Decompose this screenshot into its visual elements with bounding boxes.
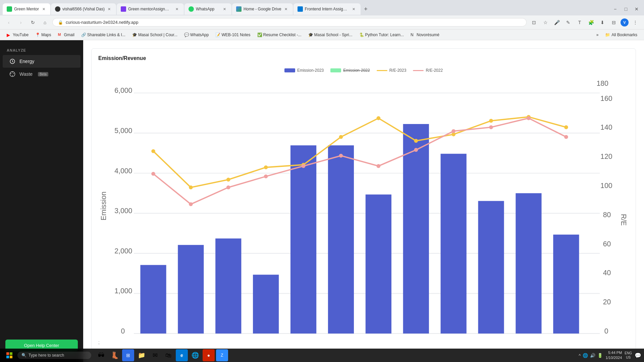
bookmark-whatsapp[interactable]: 💬 WhatsApp (181, 32, 211, 38)
svg-text:180: 180 (597, 79, 608, 87)
tab-close-whatsapp[interactable]: ✕ (222, 6, 227, 12)
bookmark-gmail[interactable]: M Gmail (55, 32, 77, 38)
taskbar-time-display: 5:44 PM (605, 350, 622, 355)
bookmark-youtube[interactable]: ▶ YouTube (4, 32, 31, 38)
bookmark-button[interactable]: ☆ (541, 18, 550, 27)
tab-green-mentor-assignment[interactable]: Green mentorAssignment ✕ (117, 3, 184, 15)
tab-google-drive[interactable]: Home - Google Drive ✕ (232, 3, 293, 15)
sidebar-waste-label: Waste (19, 71, 33, 77)
tab-frontend-intern[interactable]: Frontend Intern Assignme... ✕ (293, 3, 361, 15)
screenshot-button[interactable]: ✎ (564, 18, 573, 27)
voice-button[interactable]: 🎤 (552, 18, 561, 27)
bookmark-more[interactable]: » (594, 32, 601, 38)
tab-title-assignment: Green mentorAssignment (128, 7, 172, 11)
translate-button[interactable]: T (575, 18, 584, 27)
tab-whatsapp[interactable]: WhatsApp ✕ (184, 3, 231, 15)
taskbar-zoom-app[interactable]: Z (216, 349, 228, 361)
taskbar-glasses-app[interactable]: 🕶 (95, 349, 107, 361)
maximize-button[interactable]: □ (621, 4, 631, 14)
bookmark-masai1[interactable]: 🎓 Masai School | Cour... (129, 32, 180, 38)
start-button[interactable] (3, 350, 16, 361)
taskbar-app8[interactable]: ● (203, 349, 215, 361)
svg-text:60: 60 (603, 240, 611, 248)
bookmark-resume[interactable]: ✅ Resume Checklist -... (255, 32, 304, 38)
svg-text:80: 80 (603, 211, 611, 219)
address-bar[interactable]: 🔒 curious-nasturtium-2e0324.netlify.app (52, 18, 527, 26)
bookmark-masai2[interactable]: 🎓 Masai School - Spri... (306, 32, 355, 38)
refresh-button[interactable]: ↻ (28, 18, 38, 27)
tray-up-arrow[interactable]: ^ (579, 353, 581, 358)
dot-re2022-may (302, 164, 306, 168)
sidebar-button[interactable]: ⊟ (609, 18, 619, 27)
dot-re2022-jul (377, 164, 381, 168)
bookmark-python[interactable]: 🐍 Python Tutor: Learn... (357, 32, 407, 38)
notification-icon[interactable]: 💬 (635, 352, 641, 359)
tab-close-vishal[interactable]: ✕ (107, 6, 112, 12)
bar-jun (328, 145, 354, 334)
bookmark-youtube-label: YouTube (13, 33, 29, 37)
svg-rect-41 (6, 356, 9, 358)
taskbar-mail-app[interactable]: ✉ (149, 349, 161, 361)
bookmark-web101[interactable]: 📝 WEB-101 Notes (213, 32, 253, 38)
search-icon: 🔍 (21, 353, 26, 358)
masai1-favicon: 🎓 (132, 33, 137, 37)
taskbar-store-app[interactable]: 🛍 (162, 349, 174, 361)
tab-close-green-mentor[interactable]: ✕ (41, 6, 46, 12)
close-button[interactable]: ✕ (632, 4, 641, 14)
cast-button[interactable]: ⊡ (529, 18, 539, 27)
svg-text:1,000: 1,000 (114, 287, 132, 295)
taskbar-edge-app[interactable]: e (176, 349, 188, 361)
home-button[interactable]: ⌂ (40, 18, 50, 27)
legend-label-re-2023: R/E-2023 (389, 68, 407, 73)
bookmark-novoformat[interactable]: N Novorésumé (408, 32, 442, 38)
profile-button[interactable]: V (621, 18, 629, 26)
tray-battery-icon[interactable]: 🔋 (597, 353, 603, 358)
tab-close-frontend[interactable]: ✕ (351, 6, 357, 12)
tab-favicon-green-mentor (7, 6, 12, 12)
sidebar-item-energy[interactable]: Energy (3, 55, 80, 68)
svg-text:20: 20 (603, 298, 611, 306)
taskbar-clock[interactable]: 5:44 PM 1/10/2024 (605, 350, 622, 361)
download-indicator[interactable]: ⬇ (598, 18, 607, 27)
dot-re2023-feb (189, 185, 193, 189)
back-button[interactable]: ‹ (4, 18, 13, 27)
gmail-favicon: M (58, 33, 63, 37)
emission-revenue-svg: 0 1,000 2,000 3,000 4,000 5,000 6,000 Em… (98, 78, 629, 337)
sidebar-item-waste[interactable]: Waste Beta (3, 68, 80, 80)
system-tray-icons: ^ 🌐 🔊 🔋 (579, 353, 603, 358)
bookmark-maps[interactable]: 📍 Maps (33, 32, 54, 38)
shareable-favicon: 🔗 (81, 33, 86, 37)
tray-volume-icon[interactable]: 🔊 (590, 353, 595, 358)
bar-apr (253, 275, 279, 334)
legend-line-re-2022 (413, 70, 424, 71)
dot-re2022-oct (489, 125, 493, 129)
taskbar-boots-app[interactable]: 👢 (109, 349, 121, 361)
dot-re2023-mar (226, 178, 230, 182)
legend-label-emission-2023: Emission-2023 (297, 68, 324, 73)
bar-aug (403, 124, 429, 334)
minimize-button[interactable]: − (610, 4, 620, 14)
taskbar-chrome-app[interactable]: 🌐 (189, 349, 201, 361)
bookmark-shareable[interactable]: 🔗 Shareable Links & I... (78, 32, 128, 38)
taskbar-search[interactable]: 🔍 Type here to search (17, 352, 91, 359)
all-bookmarks[interactable]: 📁 All Bookmarks (602, 32, 640, 38)
bookmark-whatsapp-label: WhatsApp (190, 33, 209, 37)
maps-favicon: 📍 (35, 33, 40, 37)
new-tab-button[interactable]: + (361, 4, 371, 14)
menu-button[interactable]: ⋮ (631, 18, 640, 27)
tab-vishal[interactable]: vishal6566 (Vishal Das) ✕ (51, 3, 116, 15)
analyze-label: ANALYZE (0, 46, 83, 55)
line-re-2023 (153, 117, 566, 187)
extensions-button[interactable]: 🧩 (586, 18, 596, 27)
taskbar-widget-app[interactable]: ⊞ (122, 349, 134, 361)
dot-re2022-jun (339, 154, 343, 158)
bookmark-novo-label: Novorésumé (417, 33, 439, 37)
tab-close-assignment[interactable]: ✕ (174, 6, 180, 12)
forward-button[interactable]: › (16, 18, 25, 27)
tab-green-mentor[interactable]: Green Mentor ✕ (3, 3, 50, 15)
tab-close-gdrive[interactable]: ✕ (283, 6, 289, 12)
python-favicon: 🐍 (359, 33, 364, 37)
bookmark-masai2-label: Masai School - Spri... (314, 33, 353, 37)
tray-network-icon[interactable]: 🌐 (583, 353, 588, 358)
taskbar-explorer-app[interactable]: 📁 (136, 349, 148, 361)
